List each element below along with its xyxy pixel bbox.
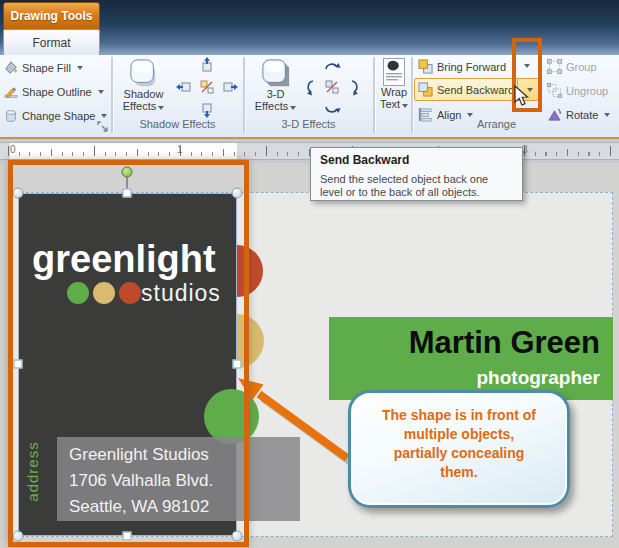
bring-forward-button[interactable]: Bring Forward — [416, 56, 516, 77]
pencil-icon — [4, 85, 18, 99]
dialog-launcher-button[interactable] — [97, 119, 109, 131]
dropdown-caret-icon — [101, 114, 107, 118]
wrap-text-line2: Text — [380, 98, 408, 110]
dropdown-caret-icon — [158, 106, 164, 110]
wrap-text-button[interactable]: Wrap Text — [377, 56, 411, 116]
dropdown-caret-icon — [604, 113, 610, 117]
person-role: photographer — [477, 367, 601, 389]
nameplate-shape[interactable]: Martin Green photographer — [329, 317, 613, 400]
mouse-cursor-icon — [514, 85, 530, 107]
paint-bucket-icon — [4, 61, 18, 75]
bring-forward-label: Bring Forward — [437, 61, 506, 73]
shadow-effects-button[interactable]: Shadow Effects — [116, 56, 171, 116]
format-tab-label: Format — [32, 36, 70, 50]
ungroup-button[interactable]: Ungroup — [545, 80, 617, 101]
arrange-group-label: Arrange — [374, 118, 619, 130]
shape-outline-label: Shape Outline — [22, 86, 92, 98]
ungroup-icon — [547, 83, 562, 98]
group-icon — [547, 59, 562, 74]
dropdown-caret-icon — [290, 106, 296, 110]
dropdown-caret-icon — [467, 113, 473, 117]
wrap-text-line1: Wrap — [381, 86, 407, 98]
ruler-mark-0: 0 — [10, 144, 16, 155]
bring-forward-icon — [418, 59, 433, 74]
shape-cylinder-icon — [4, 109, 18, 123]
callout-line-4: them. — [351, 463, 567, 482]
tab-format[interactable]: Format — [3, 29, 100, 55]
send-backward-icon — [418, 82, 433, 97]
nudge-shadow-left-button[interactable] — [174, 77, 194, 97]
threed-effects-button[interactable]: 3-D Effects — [248, 56, 303, 116]
shadow-rect-icon — [129, 58, 159, 88]
dropdown-caret-icon — [98, 90, 104, 94]
nudge-shadow-down-button[interactable] — [197, 100, 217, 120]
group-button[interactable]: Group — [545, 56, 617, 77]
wrap-text-icon — [383, 58, 405, 86]
tilt-down-button[interactable] — [322, 100, 342, 120]
nudge-shadow-up-button[interactable] — [197, 55, 217, 75]
shadow-effects-line1: Shadow — [124, 88, 164, 100]
threed-effects-group-label: 3-D Effects — [244, 118, 373, 130]
shape-fill-label: Shape Fill — [22, 62, 71, 74]
tilt-left-button[interactable] — [299, 77, 319, 97]
word-drawing-tools-window: Drawing Tools Format Shape Fill Shape Ou… — [0, 0, 619, 548]
tilt-right-button[interactable] — [345, 77, 365, 97]
callout-line-3: partially concealing — [351, 444, 567, 463]
group-label: Group — [566, 61, 597, 73]
drawing-tools-label: Drawing Tools — [11, 9, 93, 23]
tilt-up-button[interactable] — [322, 55, 342, 75]
ruler-mark-1: 1 — [177, 144, 183, 155]
change-shape-button[interactable]: Change Shape — [2, 105, 109, 126]
shape-outline-button[interactable]: Shape Outline — [2, 81, 109, 102]
shape-fill-button[interactable]: Shape Fill — [2, 57, 109, 78]
person-name: Martin Green — [409, 325, 600, 361]
send-backward-tooltip: Send Backward Send the selected object b… — [310, 147, 523, 201]
ungroup-label: Ungroup — [566, 85, 608, 97]
nudge-shadow-right-button[interactable] — [220, 77, 240, 97]
send-backward-label: Send Backward — [437, 84, 514, 96]
shadow-effects-group-label: Shadow Effects — [112, 118, 243, 130]
drawing-tools-contextual-header[interactable]: Drawing Tools — [3, 2, 100, 29]
threed-rect-icon — [261, 58, 291, 88]
threed-effects-line1: 3-D — [267, 88, 285, 100]
threed-on-off-button[interactable] — [322, 77, 342, 97]
dialog-launcher-icon — [97, 121, 109, 133]
callout-line-2: multiple objects, — [351, 425, 567, 444]
shadow-effects-line2: Effects — [123, 100, 164, 112]
threed-effects-line2: Effects — [255, 100, 296, 112]
dropdown-caret-icon — [402, 104, 408, 108]
shadow-on-off-button[interactable] — [197, 77, 217, 97]
change-shape-label: Change Shape — [22, 110, 95, 122]
callout-bubble: The shape is in front of multiple object… — [348, 390, 570, 508]
tooltip-body: Send the selected object back one level … — [320, 173, 513, 199]
dropdown-caret-icon — [77, 66, 83, 70]
selection-annotation-rect — [8, 160, 249, 547]
tooltip-title: Send Backward — [320, 153, 513, 167]
callout-line-1: The shape is in front of — [351, 406, 567, 425]
